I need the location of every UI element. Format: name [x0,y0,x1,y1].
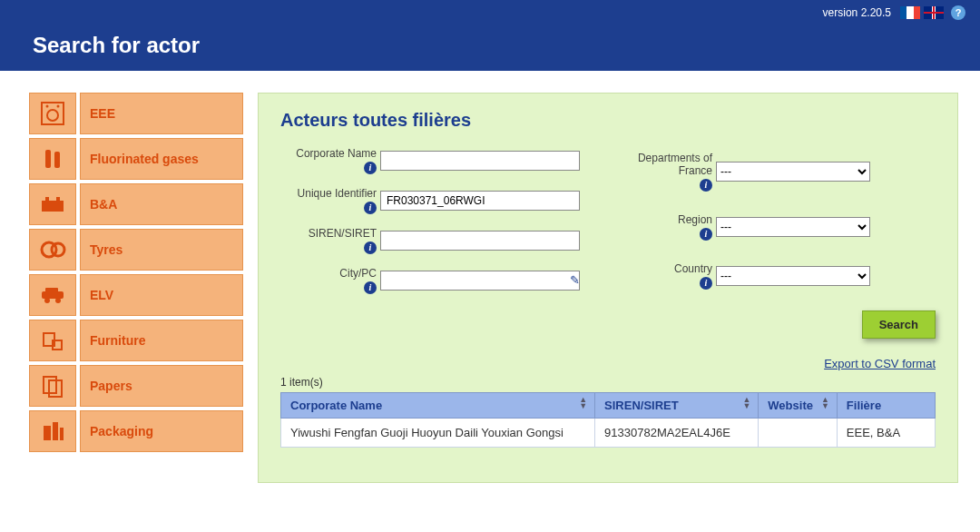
sidebar-item-fluorinated-gases[interactable]: Fluorinated gases [29,138,243,180]
page-header: Search for actor [0,25,980,71]
svg-rect-21 [60,428,64,440]
svg-point-2 [46,105,49,108]
sort-icon[interactable]: ▲▼ [742,397,750,409]
cell-corporate-name: Yiwushi Fengfan Guoji Huoyun Daili Youxi… [281,419,595,448]
country-select[interactable]: --- [716,266,870,286]
top-bar: version 2.20.5 ? [0,0,980,25]
ba-icon [29,183,76,225]
search-button[interactable]: Search [862,310,936,339]
flag-uk-icon[interactable] [924,6,944,19]
help-icon[interactable]: ? [951,5,965,20]
info-icon[interactable]: i [700,228,712,241]
label-siren-siret: SIREN/SIRETi [280,227,380,254]
sidebar-item-label: Furniture [90,333,145,348]
cell-siren-siret: 91330782MA2EAL4J6E [595,419,759,448]
sidebar-item-label: EEE [90,106,115,121]
fluorinated-gases-icon [29,138,76,180]
label-region: Regioni [625,213,716,241]
label-corporate-name: Corporate Namei [280,147,380,174]
col-filiere[interactable]: Filière [837,393,935,419]
cell-website [759,419,838,448]
info-icon[interactable]: i [700,179,712,192]
svg-rect-6 [42,201,64,212]
table-row[interactable]: Yiwushi Fengfan Guoji Huoyun Daili Youxi… [281,419,936,448]
sidebar-item-label: Papers [90,379,132,393]
elv-icon [29,274,76,316]
sidebar-item-label: ELV [90,288,113,302]
corporate-name-input[interactable] [380,151,580,171]
label-country: Countryi [625,262,716,290]
furniture-icon [29,320,76,361]
sidebar-item-ba[interactable]: B&A [29,183,243,225]
sidebar-item-label: Tyres [90,242,122,257]
eee-icon [29,93,76,134]
unique-identifier-input[interactable] [380,191,580,211]
sort-icon[interactable]: ▲▼ [579,397,587,409]
sidebar-item-eee[interactable]: EEE [29,93,243,134]
sidebar-item-elv[interactable]: ELV [29,274,243,316]
info-icon[interactable]: i [364,162,377,174]
info-icon[interactable]: i [700,277,712,290]
svg-point-14 [55,298,61,303]
search-form: Corporate Namei Unique Identifieri SIREN… [280,147,936,294]
packaging-icon [29,410,76,452]
search-panel: Acteurs toutes filières Corporate Namei … [258,93,958,483]
svg-rect-5 [54,152,60,168]
svg-rect-8 [56,197,60,201]
svg-rect-7 [45,197,49,201]
svg-point-3 [57,105,60,108]
results-table: Corporate Name ▲▼ SIREN/SIRET ▲▼ Website… [280,392,936,448]
flag-fr-icon[interactable] [900,6,920,19]
cell-filiere: EEE, B&A [837,419,935,448]
sidebar-item-label: Packaging [90,424,153,438]
svg-rect-4 [45,150,51,168]
pencil-icon[interactable]: ✎ [570,273,580,287]
info-icon[interactable]: i [364,241,377,254]
label-departments: Departments of Francei [625,152,716,192]
svg-rect-12 [45,288,58,293]
col-siren-siret[interactable]: SIREN/SIRET ▲▼ [595,393,759,419]
departments-select[interactable]: --- [716,162,870,182]
sort-icon[interactable]: ▲▼ [821,397,829,409]
col-corporate-name[interactable]: Corporate Name ▲▼ [281,393,595,419]
panel-title: Acteurs toutes filières [280,110,936,131]
info-icon[interactable]: i [364,202,377,214]
svg-point-1 [47,110,58,121]
sidebar: EEE Fluorinated gases B&A Tyres ELV [29,93,243,456]
label-unique-identifier: Unique Identifieri [280,187,380,214]
label-city-pc: City/PCi [280,267,380,294]
export-csv-link[interactable]: Export to CSV format [824,357,936,370]
siren-siret-input[interactable] [380,231,580,251]
sidebar-item-tyres[interactable]: Tyres [29,229,243,271]
version-label: version 2.20.5 [823,6,891,19]
svg-point-13 [44,298,50,303]
svg-point-10 [52,243,64,256]
tyres-icon [29,229,76,271]
sidebar-item-papers[interactable]: Papers [29,365,243,407]
svg-rect-20 [53,422,58,440]
region-select[interactable]: --- [716,217,870,237]
sidebar-item-label: B&A [90,197,117,212]
papers-icon [29,365,76,407]
col-website[interactable]: Website ▲▼ [759,393,838,419]
svg-rect-19 [44,426,51,440]
info-icon[interactable]: i [364,281,377,294]
sidebar-item-furniture[interactable]: Furniture [29,320,243,361]
city-pc-input[interactable] [380,271,580,291]
sidebar-item-label: Fluorinated gases [90,152,199,166]
page-title: Search for actor [33,33,947,58]
sidebar-item-packaging[interactable]: Packaging [29,410,243,452]
result-count: 1 item(s) [280,376,936,389]
